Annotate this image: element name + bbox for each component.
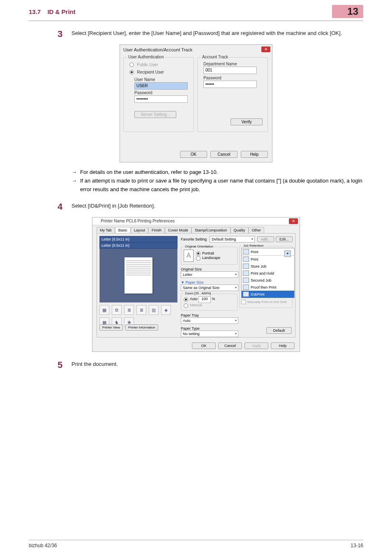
select-paper-tray[interactable]: Auto (181, 317, 238, 324)
dd-item[interactable]: Proof then Print (251, 285, 277, 289)
dd-item[interactable]: Print (251, 257, 258, 261)
preview-pane: Letter (8.5x11 in) Letter (8.5x11 in) ▦ … (99, 236, 178, 331)
input-password[interactable]: •••••••• (134, 95, 188, 103)
store-icon (243, 264, 249, 269)
print-icon (243, 257, 249, 262)
preview-icon[interactable]: ⧉ (112, 305, 122, 315)
radio-public-user[interactable] (129, 62, 134, 67)
edit-button[interactable]: Edit... (276, 236, 293, 242)
tab-bar: My Tab Basic Layout Finish Cover Mode St… (97, 227, 264, 233)
select-paper-type[interactable]: No setting (181, 331, 238, 337)
default-button[interactable]: Default (266, 327, 292, 334)
select-original-size[interactable]: Letter (181, 271, 238, 278)
label-paper-type: Paper Type (181, 326, 238, 331)
print-icon (243, 249, 249, 254)
preview-icon[interactable]: ▥ (149, 305, 159, 315)
tab-mytab[interactable]: My Tab (97, 227, 115, 233)
orientation-icon: A (184, 250, 194, 262)
label-paper-tray: Paper Tray (181, 313, 238, 317)
dd-item[interactable]: Store Job (251, 264, 267, 268)
dd-item[interactable]: Print and Hold (251, 271, 274, 275)
ok-button[interactable]: OK (192, 342, 216, 349)
input-dept-name[interactable]: 001 (203, 67, 257, 74)
dd-selected: Print (251, 250, 258, 254)
idprint-icon (243, 291, 249, 297)
group-account-track: Account Track (201, 55, 229, 59)
input-account-password[interactable]: •••••• (203, 81, 257, 88)
verify-button[interactable]: Verify (231, 118, 263, 125)
checkbox-manual-2nd-side[interactable] (241, 300, 246, 304)
page-thumb-icon (125, 257, 152, 294)
group-user-auth: User Authentication (127, 55, 165, 59)
tab-finish[interactable]: Finish (148, 227, 165, 233)
bullet-text: For details on the user authentication, … (80, 168, 218, 177)
footer-right: 13-16 (350, 543, 363, 548)
label-dept-name: Department Name (203, 62, 237, 66)
dialog-printing-prefs: Printer Name PCL6 Printing Preferences ✕… (92, 217, 300, 352)
radio-recipient-user[interactable] (129, 70, 134, 74)
preview-icon[interactable]: ◈ (161, 305, 171, 315)
group-job-retention: Job Retention (242, 244, 265, 247)
preview-icon[interactable]: ▦ (99, 305, 109, 315)
cancel-button[interactable]: Cancel (210, 151, 238, 158)
apply-button[interactable]: Apply (244, 342, 268, 349)
label-favorite: Favorite Setting (181, 237, 210, 241)
section-header: 13.7 ID & Print (29, 8, 76, 15)
radio-recipient-user-label: Recipient User (137, 70, 164, 74)
dialog-title: User Authentication/Account Track (123, 47, 192, 52)
tab-other[interactable]: Other (249, 227, 265, 233)
step-text: Print the document. (71, 360, 363, 368)
label-password: Password (134, 90, 152, 95)
footer-left: bizhub 42/36 (29, 543, 57, 548)
radio-auto-label: Auto (190, 297, 198, 301)
label-account-password: Password (203, 76, 221, 80)
preview-size-1: Letter (8.5x11 in) (99, 236, 178, 243)
secured-icon (243, 278, 249, 283)
checkbox-manual-2nd-side-label: Manually Print on 2nd Side (247, 300, 287, 304)
preview-icon[interactable]: ≣ (136, 305, 146, 315)
tab-layout[interactable]: Layout (131, 227, 148, 233)
section-number: 13.7 (29, 8, 41, 15)
tab-covermode[interactable]: Cover Mode (165, 227, 191, 233)
input-username[interactable]: USER (134, 82, 188, 90)
bullet-text: If an attempt is made to print or save a… (80, 177, 363, 194)
radio-landscape[interactable] (196, 256, 201, 261)
help-button[interactable]: Help (241, 151, 268, 158)
radio-portrait-label: Portrait (202, 251, 214, 255)
tab-stamp[interactable]: Stamp/Composition (191, 227, 231, 233)
radio-manual[interactable] (184, 303, 188, 308)
cancel-button[interactable]: Cancel (218, 342, 242, 349)
dialog-title: Printer Name PCL6 Printing Preferences (101, 219, 175, 223)
select-favorite[interactable]: Default Setting (210, 236, 255, 243)
printer-view-button[interactable]: Printer View (99, 324, 123, 331)
dd-item[interactable]: Secured Job (251, 278, 272, 282)
chapter-number-box: 13 (332, 5, 363, 18)
label-paper-size: ▼ Paper Size (181, 280, 238, 284)
zoom-value[interactable]: 100 (198, 296, 211, 303)
step-text: Select [Recipient User], enter the [User… (71, 29, 363, 37)
label-username: User Name (134, 77, 155, 82)
preview-icon[interactable]: ≣ (124, 305, 134, 315)
tab-quality[interactable]: Quality (231, 227, 249, 233)
dd-item[interactable]: ID&Print (251, 292, 265, 296)
radio-portrait[interactable] (196, 251, 201, 256)
preview-size-2: Letter (8.5x11 in) (99, 243, 178, 249)
step-number: 5 (58, 360, 71, 370)
zoom-unit: % (212, 297, 215, 301)
radio-landscape-label: Landscape (202, 256, 220, 260)
printer-info-button[interactable]: Printer Information (125, 324, 158, 331)
help-button[interactable]: Help (271, 342, 295, 349)
close-icon[interactable]: ✕ (261, 46, 270, 52)
chevron-down-icon[interactable]: ▾ (284, 250, 291, 257)
group-orientation: Original Orientation (184, 245, 214, 248)
close-icon[interactable]: ✕ (289, 218, 298, 224)
ok-button[interactable]: OK (180, 151, 207, 158)
add-button[interactable]: Add... (257, 236, 274, 242)
select-paper-size[interactable]: Same as Original Size (181, 284, 238, 291)
server-setting-button[interactable]: Server Setting... (134, 111, 176, 118)
label-original-size: Original Size (181, 267, 238, 271)
step-text: Select [ID&Print] in [Job Retention]. (71, 202, 363, 210)
arrow-icon: → (71, 177, 77, 194)
radio-auto[interactable] (184, 297, 188, 302)
tab-basic[interactable]: Basic (115, 227, 131, 233)
